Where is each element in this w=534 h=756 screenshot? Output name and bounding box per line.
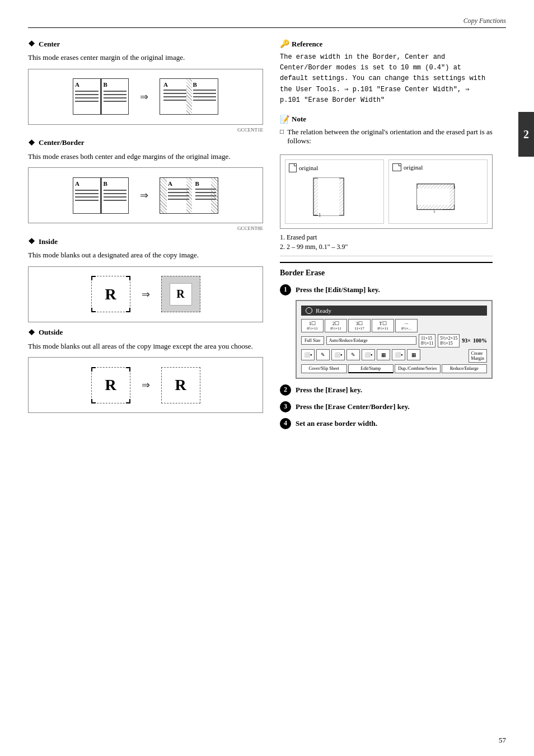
step-4-text: Set an erase border width. — [296, 418, 377, 429]
inside-diagram: R ⇒ R — [28, 266, 263, 322]
orientation-right: original — [388, 159, 488, 224]
size-5x15[interactable]: 5½×2×158½×15 — [438, 334, 460, 348]
icon-btn-4[interactable]: ✎ — [346, 349, 360, 360]
left-column: ❖ Center This mode erases center margin … — [28, 39, 263, 435]
icon-btn-2[interactable]: ✎ — [316, 349, 330, 360]
outside-title: ❖ Outside — [28, 328, 263, 337]
side-tab: 2 — [518, 112, 534, 157]
step-number-4: 4 — [280, 418, 291, 429]
ready-text: Ready — [316, 307, 331, 314]
section-outside: ❖ Outside This mode blanks out all areas… — [28, 328, 263, 414]
icon-btn-8[interactable]: ▦ — [407, 349, 420, 360]
step-2: 2 Press the [Erase] key. — [280, 384, 493, 396]
inside-r-original: R — [91, 276, 130, 312]
icon-btn-1[interactable]: ⬜▪ — [301, 349, 315, 360]
bottom-tab-dup[interactable]: Dup./Combine/Series — [395, 364, 441, 373]
outside-body: This mode blanks out all areas of the co… — [28, 341, 263, 352]
svg-text:1: 1 — [433, 209, 435, 213]
machine-tabs-row: 1☐ 8½×11 2☐ 8½×11 3☐ 11×17 — [301, 319, 487, 332]
page-container: Copy Functions 2 ❖ Center This mode eras… — [0, 0, 534, 756]
step-3: 3 Press the [Erase Center/Border] key. — [280, 401, 493, 412]
diamond-icon-cb: ❖ — [28, 138, 35, 148]
step-number-1: 1 — [280, 284, 291, 295]
center-book-result: A B — [160, 78, 218, 115]
machine-tab-3[interactable]: T☐ 8½×11 — [372, 319, 394, 332]
center-hatch — [186, 79, 192, 114]
margin-btn[interactable]: CreateMargin — [469, 349, 487, 363]
diamond-icon-center: ❖ — [28, 39, 35, 49]
outside-arrow: ⇒ — [142, 379, 150, 391]
machine-tab-1[interactable]: 2☐ 8½×11 — [325, 319, 347, 332]
landscape-erase-svg: 2 1 — [392, 175, 484, 217]
step-number-3: 3 — [280, 401, 291, 412]
diamond-icon-outside: ❖ — [28, 328, 35, 337]
icon-btn-7[interactable]: ⬜▪ — [392, 349, 405, 360]
percent-100: 100% — [473, 337, 487, 344]
full-size-btn[interactable]: Full Size — [301, 336, 324, 345]
machine-header: Ready — [301, 306, 487, 316]
orientation-diagram: original — [280, 154, 493, 229]
checkbox-icon: □ — [280, 128, 284, 145]
step-4: 4 Set an erase border width. — [280, 418, 493, 429]
inside-arrow: ⇒ — [142, 288, 150, 300]
portrait-erase-svg: 1 — [289, 176, 380, 218]
section-center-border: ❖ Center/Border This mode erases both ce… — [28, 138, 263, 232]
page-header: Copy Functions — [28, 17, 506, 28]
machine-row4: Cover/Slip Sheet Edit/Stamp Dup./Combine… — [301, 364, 487, 373]
book-page-right: B — [102, 79, 129, 114]
machine-tab-4[interactable]: ··· 8½×... — [395, 319, 418, 332]
book-page-left: A — [73, 79, 101, 114]
page-number: 57 — [499, 736, 506, 745]
machine-row3: ⬜▪ ✎ ⬜▪ ✎ ⬜▪ ▦ ⬜▪ ▦ CreateMargin — [301, 349, 487, 363]
outside-r-original: R — [91, 367, 130, 403]
svg-text:1: 1 — [318, 213, 321, 218]
reference-box: 🔑 Reference The erase width in the Borde… — [280, 39, 493, 106]
step-2-text: Press the [Erase] key. — [296, 384, 362, 395]
step-4-header: 4 Set an erase border width. — [280, 418, 493, 429]
label-erased-part: 1. Erased part — [280, 233, 493, 242]
step-1-text: Press the [Edit/Stamp] key. — [296, 284, 380, 295]
section-center: ❖ Center This mode erases center margin … — [28, 39, 263, 133]
cb-book-original: A B — [73, 177, 129, 214]
icon-btn-5[interactable]: ⬜▪ — [362, 349, 375, 360]
center-diagram-label: GCCENT1E — [28, 127, 263, 133]
step-1: 1 Press the [Edit/Stamp] key. Ready — [280, 284, 493, 379]
svg-text:2: 2 — [453, 185, 455, 189]
orig-landscape-label: original — [392, 163, 484, 171]
inside-body: This mode blanks out a designated area o… — [28, 250, 263, 261]
bottom-tab-reduce[interactable]: Reduce/Enlarge — [442, 364, 488, 373]
machine-tab-2[interactable]: 3☐ 11×17 — [348, 319, 371, 332]
step-number-2: 2 — [280, 384, 291, 396]
size-11x15[interactable]: 11×158½×11 — [419, 334, 435, 348]
reference-title: 🔑 Reference — [280, 39, 493, 49]
center-border-title: ❖ Center/Border — [28, 138, 263, 148]
reference-icon: 🔑 — [280, 39, 289, 49]
percent-93: 93× — [462, 337, 471, 344]
header-title: Copy Functions — [463, 17, 506, 25]
bottom-tab-edit[interactable]: Edit/Stamp — [348, 364, 394, 373]
reference-body: The erase width in the Border, Center an… — [280, 52, 493, 106]
orientation-left: original — [285, 159, 384, 224]
machine-row2: Full Size Auto/Reduce/Enlarge 11×158½×11… — [301, 334, 487, 348]
center-title: ❖ Center — [28, 39, 263, 49]
note-box: 📝 Note □ The relation between the origin… — [280, 115, 493, 145]
center-arrow: ⇒ — [140, 91, 148, 103]
inside-title: ❖ Inside — [28, 237, 263, 246]
note-icon: 📝 — [280, 115, 289, 124]
icon-btn-3[interactable]: ⬜▪ — [331, 349, 345, 360]
note-item: □ The relation between the original's or… — [280, 128, 493, 145]
label-mm-range: 2. 2 – 99 mm, 0.1" – 3.9" — [280, 243, 493, 251]
center-border-diagram: A B — [28, 167, 263, 223]
section-divider — [280, 256, 493, 256]
center-book-original: A B — [73, 78, 129, 115]
icon-btn-6[interactable]: ▦ — [377, 349, 390, 360]
cb-diagram-label: GCCENT8E — [28, 226, 263, 231]
step-2-header: 2 Press the [Erase] key. — [280, 384, 493, 396]
bottom-tab-cover[interactable]: Cover/Slip Sheet — [301, 364, 347, 373]
machine-tab-0[interactable]: 1☐ 8½×11 — [301, 319, 324, 332]
orig-portrait-label: original — [289, 163, 380, 172]
note-title: 📝 Note — [280, 115, 493, 124]
auto-reduce-btn[interactable]: Auto/Reduce/Enlarge — [326, 336, 416, 345]
inside-r-result: R — [161, 276, 200, 312]
machine-display: Ready 1☐ 8½×11 2☐ 8½×11 — [296, 300, 493, 379]
